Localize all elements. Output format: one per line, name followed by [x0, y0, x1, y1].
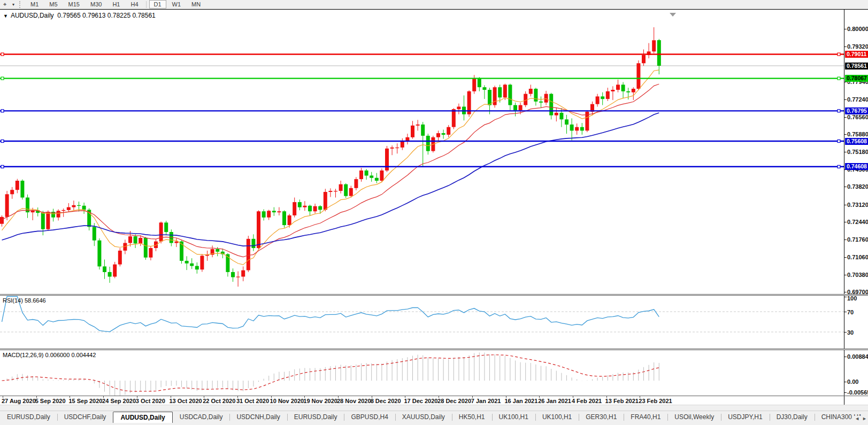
candle-body	[549, 94, 553, 115]
symbol-tab-usdcnh[interactable]: USDCNH,Daily	[229, 412, 287, 423]
candle-body	[370, 175, 373, 177]
date-axis-label: 28 Nov 2020	[337, 398, 371, 404]
line-drag-handle[interactable]	[1, 110, 4, 112]
axis-tick-mark	[844, 152, 847, 152]
date-axis-label: 13 Feb 2021	[605, 398, 639, 404]
toolbar-grip[interactable]	[19, 1, 23, 8]
axis-tick-label: 0.72440	[847, 219, 868, 225]
candlestick-chart[interactable]	[0, 10, 844, 294]
candle-body	[134, 236, 137, 243]
axis-tick-mark	[844, 222, 847, 222]
panel-separator[interactable]	[0, 349, 868, 350]
symbol-tab-gbpusd[interactable]: GBPUSD,H4	[344, 412, 395, 423]
axis-tick-mark	[844, 205, 847, 205]
timeframe-button-m1[interactable]: M1	[26, 0, 43, 9]
candle-body	[349, 188, 353, 196]
candle-body	[241, 271, 245, 277]
symbol-tab-eurusd[interactable]: EURUSD,Daily	[0, 412, 57, 423]
main-chart-panel[interactable]: ▼AUDUSD,Daily 0.79565 0.79613 0.78225 0.…	[0, 10, 844, 294]
timeframe-button-h1[interactable]: H1	[107, 0, 125, 9]
axis-tick-mark	[844, 357, 847, 357]
candle-body	[282, 211, 286, 225]
candle-body	[570, 125, 574, 131]
symbol-tab-ger30[interactable]: GER30,H1	[579, 412, 624, 423]
axis-tick-mark	[844, 297, 847, 297]
candle-body	[478, 79, 481, 87]
symbol-tab-usdjpy[interactable]: USDJPY,H1	[721, 412, 769, 423]
date-axis-label: 4 Feb 2021	[572, 398, 602, 404]
candle-body	[626, 91, 630, 92]
candle-body	[503, 84, 507, 97]
candle-body	[103, 266, 106, 272]
symbol-tab-eurusd[interactable]: EURUSD,Daily	[287, 412, 344, 423]
line-drag-handle[interactable]	[1, 140, 4, 143]
symbol-tab-hk50[interactable]: HK50,H1	[452, 412, 492, 423]
line-drag-handle[interactable]	[838, 140, 840, 143]
timeframe-button-m30[interactable]: M30	[86, 0, 106, 9]
candle-body	[334, 191, 337, 191]
candle-body	[642, 55, 646, 63]
dropdown-caret-icon[interactable]: ▾	[10, 2, 17, 7]
chart-shift-marker-icon[interactable]	[670, 13, 676, 17]
tab-scroll-left-icon[interactable]: ◄	[855, 416, 859, 421]
macd-chart[interactable]	[0, 350, 844, 396]
symbol-tab-uk100[interactable]: UK100,H1	[535, 412, 579, 423]
chart-ohlc-values: 0.79565 0.79613 0.78225 0.78561	[57, 12, 156, 19]
timeframe-button-m5[interactable]: M5	[44, 0, 62, 9]
line-drag-handle[interactable]	[838, 110, 840, 112]
candle-body	[580, 127, 584, 131]
axis-tick-label: 0.71060	[847, 254, 868, 260]
candle-body	[149, 248, 152, 258]
symbol-tab-fra40[interactable]: FRA40,H1	[624, 412, 667, 423]
panel-border	[0, 396, 868, 396]
symbol-tab-usdchf[interactable]: USDCHF,Daily	[57, 412, 113, 423]
line-drag-handle[interactable]	[1, 77, 4, 80]
candle-body	[108, 272, 112, 277]
candle-body	[185, 261, 189, 264]
chart-title: ▼AUDUSD,Daily 0.79565 0.79613 0.78225 0.…	[3, 12, 156, 19]
symbol-tab-xauusd[interactable]: XAUUSD,Daily	[395, 412, 452, 423]
symbol-tab-usdcad[interactable]: USDCAD,Daily	[173, 412, 230, 423]
timeframe-button-h4[interactable]: H4	[126, 0, 143, 9]
candle-body	[298, 202, 302, 207]
panel-separator[interactable]	[0, 294, 868, 296]
chart-cursor-icon[interactable]: ⌖	[0, 1, 10, 8]
candle-body	[257, 211, 260, 248]
timeframe-button-mn[interactable]: MN	[187, 0, 205, 9]
candle-body	[277, 211, 281, 212]
collapse-icon[interactable]: ▼	[3, 13, 8, 19]
tab-scroll-right-icon[interactable]: ►	[862, 416, 867, 421]
symbol-tab-audusd[interactable]: AUDUSD,Daily	[113, 412, 172, 423]
line-drag-handle[interactable]	[838, 77, 840, 80]
date-axis-label: 19 Nov 2020	[303, 398, 337, 404]
line-drag-handle[interactable]	[838, 165, 840, 168]
candle-body	[508, 84, 512, 105]
date-axis-label: 8 Dec 2020	[371, 398, 401, 404]
date-axis-label: 10 Nov 2020	[270, 398, 304, 404]
macd-panel[interactable]: MACD(12,26,9) 0.006000 0.004442	[0, 350, 844, 396]
symbol-tab-usoil[interactable]: USOil,Weekly	[667, 412, 721, 423]
chart-tab-bar: EURUSD,DailyUSDCHF,DailyAUDUSD,DailyUSDC…	[0, 411, 868, 423]
price-level-label: 0.79011	[845, 51, 868, 58]
rsi-panel[interactable]: RSI(14) 58.6646	[0, 296, 844, 349]
timeframe-button-w1[interactable]: W1	[167, 0, 186, 9]
line-drag-handle[interactable]	[1, 53, 4, 56]
candle-body	[82, 206, 86, 210]
line-drag-handle[interactable]	[1, 165, 4, 168]
candle-body	[426, 136, 430, 151]
line-drag-handle[interactable]	[838, 53, 840, 56]
rsi-chart[interactable]	[0, 296, 844, 349]
candle-body	[405, 137, 409, 141]
symbol-tab-uk100[interactable]: UK100,H1	[492, 412, 535, 423]
symbol-tab-dj30[interactable]: DJ30,Daily	[770, 412, 815, 423]
timeframe-button-d1[interactable]: D1	[149, 0, 166, 9]
candle-body	[601, 96, 604, 99]
axis-tick-label: 0.00	[847, 378, 858, 385]
candle-body	[472, 79, 476, 91]
candle-body	[62, 210, 65, 211]
candle-body	[308, 206, 312, 212]
date-axis-label: 13 Oct 2020	[170, 398, 202, 404]
timeframe-button-m15[interactable]: M15	[64, 0, 85, 9]
axis-tick-label: 70	[847, 309, 854, 315]
candle-body	[93, 227, 96, 240]
